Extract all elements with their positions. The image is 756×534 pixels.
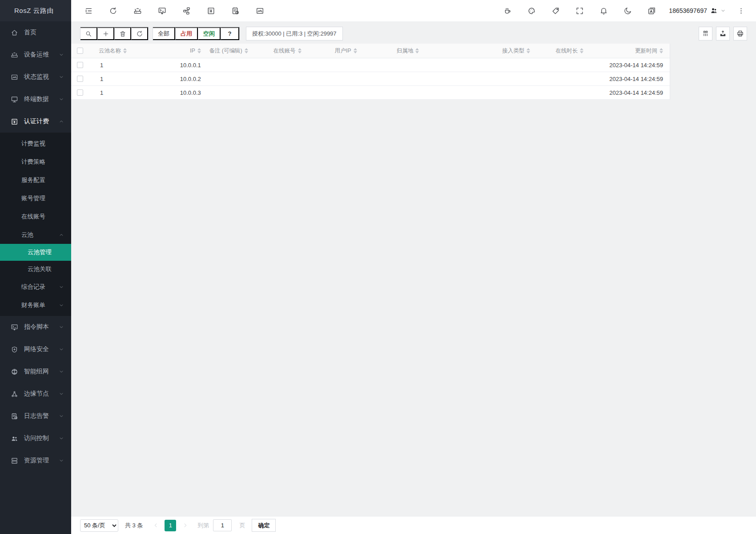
tag-button[interactable] xyxy=(549,4,562,17)
column-header-location[interactable]: 归属地 xyxy=(362,44,425,58)
sidebar-subitem-service-config[interactable]: 服务配置 xyxy=(0,171,71,189)
chevron-down-icon xyxy=(59,284,64,290)
refresh-page-button[interactable] xyxy=(106,4,120,17)
column-settings-button[interactable] xyxy=(699,27,712,40)
sidebar-item-edge-nodes[interactable]: 边缘节点 xyxy=(0,383,71,405)
row-checkbox[interactable] xyxy=(77,76,83,82)
sort-icon[interactable] xyxy=(197,48,201,53)
filter-all-button[interactable]: 全部 xyxy=(153,27,175,40)
shortcut-billing-button[interactable] xyxy=(204,4,217,17)
sort-icon[interactable] xyxy=(580,48,583,53)
device-icon xyxy=(133,7,142,15)
sort-icon[interactable] xyxy=(527,48,530,53)
coffee-button[interactable] xyxy=(501,4,514,17)
shortcut-log-button[interactable] xyxy=(229,4,242,17)
column-header-user_ip[interactable]: 用户IP xyxy=(307,44,362,58)
chevron-right-icon xyxy=(182,522,188,528)
sidebar-item-log-alerts[interactable]: 日志告警 xyxy=(0,405,71,427)
notifications-button[interactable] xyxy=(597,4,610,17)
goto-page-input[interactable] xyxy=(213,519,232,531)
search-button[interactable] xyxy=(80,27,97,40)
sidebar-subitem-cloud-pool-assoc[interactable]: 云池关联 xyxy=(0,261,71,278)
network-icon xyxy=(11,368,18,376)
select-all-checkbox[interactable] xyxy=(77,48,83,54)
sidebar-item-resource-mgmt[interactable]: 资源管理 xyxy=(0,449,71,472)
row-checkbox[interactable] xyxy=(77,62,83,68)
column-header-access_type[interactable]: 接入类型 xyxy=(424,44,535,58)
language-icon xyxy=(647,7,656,15)
column-header-update_time[interactable]: 更新时间 xyxy=(589,44,670,58)
cell-remark[interactable] xyxy=(205,58,253,72)
column-header-remark[interactable]: 备注 (可编辑) xyxy=(205,44,253,58)
sidebar-item-smart-networking[interactable]: 智能组网 xyxy=(0,360,71,383)
cell-location xyxy=(362,86,425,99)
cell-remark[interactable] xyxy=(205,72,253,85)
filter-occupied-button[interactable]: 占用 xyxy=(175,27,198,40)
sidebar-subitem-billing-policy[interactable]: 计费策略 xyxy=(0,153,71,171)
log-alert-icon xyxy=(11,413,18,420)
sidebar-subitem-billing-monitor[interactable]: 计费监视 xyxy=(0,134,71,153)
sort-icon[interactable] xyxy=(354,48,357,53)
fullscreen-button[interactable] xyxy=(573,4,586,17)
sort-icon[interactable] xyxy=(659,48,663,53)
refresh-button[interactable] xyxy=(131,27,148,40)
column-header-account[interactable]: 在线账号 xyxy=(253,44,307,58)
kebab-icon xyxy=(737,7,745,15)
shortcut-monitor-button[interactable] xyxy=(253,4,266,17)
prev-page-button[interactable] xyxy=(151,520,161,531)
topbar-right: 18653697697 xyxy=(501,4,745,17)
sidebar-subitem-online-accounts[interactable]: 在线账号 xyxy=(0,207,71,226)
sort-icon[interactable] xyxy=(415,48,419,53)
export-button[interactable] xyxy=(716,27,730,40)
collapse-menu-button[interactable] xyxy=(82,4,95,17)
toolbar: 全部占用空闲? 授权:30000 | 已用:3 | 空闲:29997 xyxy=(80,27,747,40)
row-checkbox[interactable] xyxy=(77,89,83,96)
more-menu-button[interactable] xyxy=(736,4,745,17)
filter-help-button[interactable]: ? xyxy=(221,27,239,40)
cell-remark[interactable] xyxy=(205,86,253,99)
add-button[interactable] xyxy=(97,27,114,40)
user-menu[interactable]: 18653697697 xyxy=(669,7,726,15)
goto-confirm-button[interactable]: 确定 xyxy=(252,519,276,532)
next-page-button[interactable] xyxy=(180,520,190,531)
edge-icon xyxy=(11,390,18,398)
sidebar-item-terminal-data[interactable]: 终端数据 xyxy=(0,88,71,110)
column-header-online_duration[interactable]: 在线时长 xyxy=(535,44,589,58)
page-size-select[interactable]: 50 条/页 xyxy=(80,519,118,532)
cell-location xyxy=(362,58,425,72)
table-row: 110.0.0.22023-04-14 14:24:59 xyxy=(71,72,670,86)
sidebar-subitem-cloud-pool-mgmt[interactable]: 云池管理 xyxy=(0,244,71,261)
column-header-name[interactable]: 云池名称 xyxy=(89,44,151,58)
sidebar-item-status-monitor[interactable]: 状态监视 xyxy=(0,66,71,88)
current-page-button[interactable]: 1 xyxy=(165,520,176,531)
sort-icon[interactable] xyxy=(123,48,127,53)
refresh-icon xyxy=(109,7,117,15)
sidebar-item-device-ops[interactable]: 设备运维 xyxy=(0,44,71,66)
sidebar-subitem-financial-bills[interactable]: 财务账单 xyxy=(0,296,71,314)
sidebar-item-command-scripts[interactable]: 指令脚本 xyxy=(0,316,71,338)
sidebar-subitem-cloud-pool[interactable]: 云池 xyxy=(0,226,71,244)
sidebar-subitem-account-mgmt[interactable]: 账号管理 xyxy=(0,189,71,207)
theme-button[interactable] xyxy=(525,4,538,17)
sidebar-item-label: 访问控制 xyxy=(24,434,59,442)
sidebar-item-access-control[interactable]: 访问控制 xyxy=(0,427,71,449)
menu-fold-icon xyxy=(84,7,93,15)
sort-icon[interactable] xyxy=(298,48,302,53)
print-button[interactable] xyxy=(733,27,747,40)
sort-icon[interactable] xyxy=(245,48,248,53)
delete-button[interactable] xyxy=(114,27,131,40)
shortcut-topology-button[interactable] xyxy=(180,4,193,17)
dark-mode-button[interactable] xyxy=(621,4,634,17)
column-header-ip[interactable]: IP xyxy=(151,44,205,58)
shortcut-device-button[interactable] xyxy=(131,4,144,17)
filter-idle-button[interactable]: 空闲 xyxy=(198,27,221,40)
chevron-down-icon xyxy=(59,324,64,330)
column-label: 归属地 xyxy=(397,47,414,55)
language-button[interactable] xyxy=(645,4,658,17)
sidebar-subitem-comprehensive-records[interactable]: 综合记录 xyxy=(0,278,71,296)
sidebar-item-network-security[interactable]: 网络安全 xyxy=(0,338,71,360)
sidebar-item-home[interactable]: 首页 xyxy=(0,21,71,44)
shortcut-script-button[interactable] xyxy=(155,4,169,17)
sidebar-item-label: 智能组网 xyxy=(24,368,59,376)
sidebar-item-auth-billing[interactable]: 认证计费 xyxy=(0,110,71,133)
